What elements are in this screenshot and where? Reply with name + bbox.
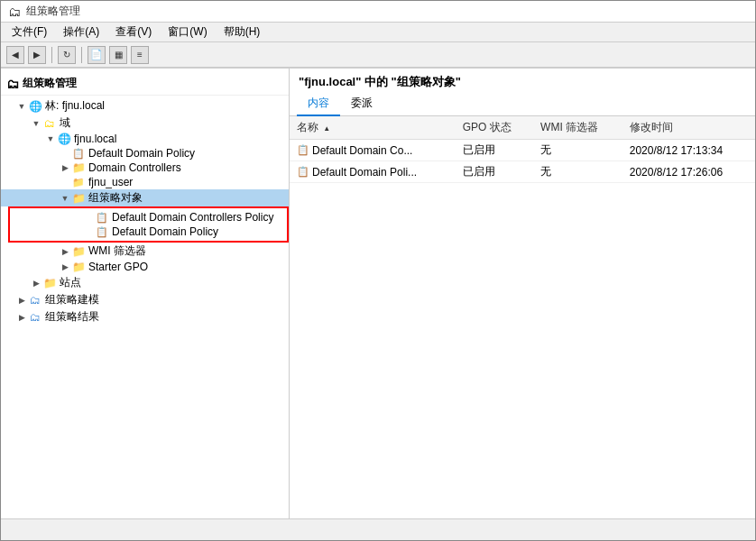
tree-row-ddp2[interactable]: 📋 Default Domain Policy (10, 225, 287, 239)
ddcp-wmi-cell: 无 (533, 140, 622, 161)
ddp2-label: Default Domain Policy (112, 225, 218, 238)
tree-toggle-gpm[interactable]: ▶ (15, 294, 28, 307)
starter-icon: 📁 (71, 261, 86, 273)
gpm-icon: 🗂 (28, 294, 42, 307)
tree-row-wmi[interactable]: ▶ 📁 WMI 筛选器 (1, 243, 289, 260)
domains-icon: 🗂 (42, 117, 57, 130)
ddp-leaf-label: Default Domain Policy (88, 147, 195, 160)
gpo-container-icon: 📁 (71, 192, 86, 205)
tree-toggle-dc[interactable]: ▶ (59, 161, 71, 174)
tree-row-sites[interactable]: ▶ 📁 站点 (1, 274, 289, 291)
back-button[interactable]: ◀ (6, 46, 24, 64)
wmi-icon: 📁 (71, 245, 86, 258)
tree-toggle-wmi[interactable]: ▶ (59, 245, 71, 258)
tree-node-domains: ▼ 🗂 域 ▼ 🌐 fjnu.l (1, 115, 289, 274)
tree-row-gpo-container[interactable]: ▼ 📁 组策略对象 (1, 189, 289, 206)
right-panel-title: "fjnu.local" 中的 "组策略对象" (299, 75, 461, 88)
tabs-container: 内容 委派 (290, 92, 755, 116)
starter-label: Starter GPO (88, 261, 148, 273)
col-modified-header[interactable]: 修改时间 (622, 116, 755, 140)
ddp-modified-cell: 2020/8/12 17:26:06 (622, 161, 755, 183)
col-gpo-status-header[interactable]: GPO 状态 (456, 116, 533, 140)
forest-label: 林: fjnu.local (45, 98, 105, 114)
menu-action[interactable]: 操作(A) (56, 23, 106, 41)
table-row-ddcp[interactable]: 📋 Default Domain Co... 已启用 无 2020/8/12 1… (290, 140, 755, 161)
dc-icon: 📁 (71, 161, 86, 174)
tree-toggle-ddp2 (82, 225, 95, 238)
tree-row-gpm[interactable]: ▶ 🗂 组策略建模 (1, 291, 289, 308)
tab-content[interactable]: 内容 (297, 92, 340, 116)
forest-icon: 🌐 (28, 100, 42, 113)
view2-button[interactable]: ≡ (131, 46, 149, 64)
refresh-button[interactable]: ↻ (58, 46, 76, 64)
tree-header: 🗂 组策略管理 (1, 72, 289, 96)
toolbar-sep-2 (81, 47, 82, 63)
tree-node-forest: ▼ 🌐 林: fjnu.local ▼ 🗂 域 (1, 97, 289, 291)
tree-toggle-fjnu[interactable]: ▼ (44, 133, 57, 145)
menu-window[interactable]: 窗口(W) (161, 23, 214, 41)
forward-button[interactable]: ▶ (28, 46, 46, 64)
ddcp-modified-cell: 2020/8/12 17:13:34 (622, 140, 755, 161)
ddcp-status-cell: 已启用 (456, 140, 533, 161)
col-name-header[interactable]: 名称 ▲ (290, 116, 456, 140)
ddp2-icon: 📋 (95, 225, 109, 238)
ddcp-row-icon: 📋 (297, 144, 309, 156)
tree-row-ddp-leaf[interactable]: 📋 Default Domain Policy (1, 146, 289, 160)
ddp-name-cell: 📋 Default Domain Poli... (290, 161, 456, 183)
tree-header-label: 组策略管理 (23, 76, 77, 91)
menu-file[interactable]: 文件(F) (5, 23, 54, 41)
menu-view[interactable]: 查看(V) (108, 23, 159, 41)
ddp-wmi-cell: 无 (533, 161, 622, 183)
ddcp-icon: 📋 (95, 211, 109, 224)
title-bar: 🗂 组策略管理 (1, 1, 755, 23)
status-bar (1, 518, 755, 540)
tree-toggle-starter[interactable]: ▶ (59, 261, 71, 273)
tree-toggle-fjnu-user (59, 176, 71, 188)
tab-delegate[interactable]: 委派 (340, 92, 383, 116)
gpr-label: 组策略结果 (45, 309, 99, 325)
fjnu-domain-icon: 🌐 (57, 133, 71, 145)
toolbar: ◀ ▶ ↻ 📄 ▦ ≡ (1, 42, 755, 68)
tree-row-ddcp[interactable]: 📋 Default Domain Controllers Policy (10, 210, 287, 225)
tree-toggle-sites[interactable]: ▶ (30, 277, 42, 289)
window-container: 🗂 组策略管理 文件(F) 操作(A) 查看(V) 窗口(W) 帮助(H) ◀ … (0, 0, 756, 541)
tree-row-forest[interactable]: ▼ 🌐 林: fjnu.local (1, 97, 289, 115)
col-wmi-header[interactable]: WMI 筛选器 (533, 116, 622, 140)
tree-row-starter-gpo[interactable]: ▶ 📁 Starter GPO (1, 260, 289, 274)
domains-label: 域 (60, 115, 70, 131)
tree-node-gpo-container: ▼ 📁 组策略对象 (1, 189, 289, 243)
table-header-row: 名称 ▲ GPO 状态 WMI 筛选器 修改时间 (290, 116, 755, 140)
gpr-icon: 🗂 (28, 311, 42, 324)
fjnu-domain-label: fjnu.local (74, 133, 116, 145)
menu-help[interactable]: 帮助(H) (217, 23, 268, 41)
main-area: 🗂 组策略管理 ▼ 🌐 林: fjnu.local (1, 68, 755, 540)
right-panel-header: "fjnu.local" 中的 "组策略对象" (290, 69, 755, 92)
gpo-container-label: 组策略对象 (88, 190, 143, 206)
wmi-label: WMI 筛选器 (88, 243, 146, 259)
app-icon: 🗂 (8, 5, 21, 19)
view1-button[interactable]: ▦ (109, 46, 127, 64)
fjnu-user-label: fjnu_user (88, 176, 133, 188)
export-button[interactable]: 📄 (88, 46, 106, 64)
tree-row-domains[interactable]: ▼ 🗂 域 (1, 115, 289, 132)
tree-toggle-ddp-leaf (59, 147, 71, 160)
tree-toggle-domains[interactable]: ▼ (30, 117, 42, 130)
tree-row-gpr[interactable]: ▶ 🗂 组策略结果 (1, 308, 289, 326)
sort-arrow-icon: ▲ (323, 124, 330, 133)
ddp-leaf-icon: 📋 (71, 147, 86, 160)
sites-label: 站点 (60, 275, 81, 290)
tree-row-fjnu-user[interactable]: 📁 fjnu_user (1, 175, 289, 189)
tree-toggle-gpr[interactable]: ▶ (15, 311, 28, 324)
tree-row-dc[interactable]: ▶ 📁 Domain Controllers (1, 160, 289, 175)
left-panel: 🗂 组策略管理 ▼ 🌐 林: fjnu.local (1, 69, 290, 540)
ddp-status-cell: 已启用 (456, 161, 533, 183)
table-row-ddp[interactable]: 📋 Default Domain Poli... 已启用 无 2020/8/12… (290, 161, 755, 183)
ddcp-name-cell: 📋 Default Domain Co... (290, 140, 456, 161)
tree-root: ▼ 🌐 林: fjnu.local ▼ 🗂 域 (1, 96, 289, 327)
tree-toggle-gpo-container[interactable]: ▼ (59, 192, 71, 205)
tree-toggle-forest[interactable]: ▼ (15, 100, 28, 113)
ddcp-label: Default Domain Controllers Policy (112, 211, 273, 224)
right-panel: "fjnu.local" 中的 "组策略对象" 内容 委派 名称 ▲ (290, 69, 755, 540)
tree-row-fjnu[interactable]: ▼ 🌐 fjnu.local (1, 132, 289, 146)
tree-header-icon: 🗂 (6, 77, 19, 91)
